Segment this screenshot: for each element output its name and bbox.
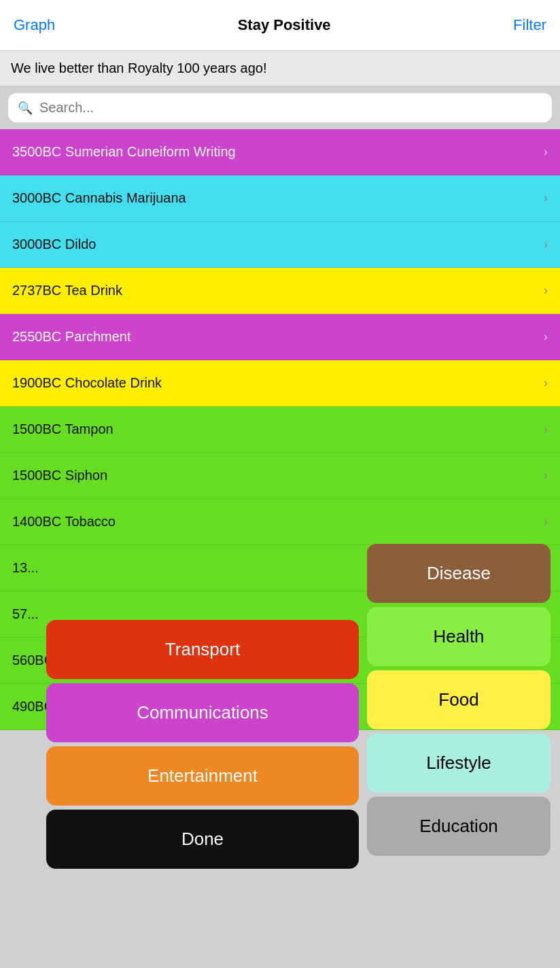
list-item-text: 2550BC Parchment — [12, 329, 131, 345]
list-item[interactable]: 3000BC Dildo› — [0, 222, 560, 268]
graph-button[interactable]: Graph — [14, 16, 55, 34]
filter-btn-communications[interactable]: Communications — [46, 683, 359, 742]
list-item-text: 1400BC Tobacco — [12, 514, 116, 530]
list-item-text: 13... — [12, 560, 39, 576]
filter-btn-lifestyle[interactable]: Lifestyle — [367, 733, 550, 793]
filter-btn-entertainment[interactable]: Entertainment — [46, 746, 359, 806]
list-item-text: 1500BC Tampon — [12, 421, 113, 437]
chevron-icon: › — [544, 191, 548, 205]
subtitle: We live better than Royalty 100 years ag… — [0, 51, 560, 86]
filter-button[interactable]: Filter — [513, 16, 546, 34]
list-item-text: 57... — [12, 606, 39, 622]
list-item[interactable]: 1500BC Siphon› — [0, 453, 560, 499]
chevron-icon: › — [544, 376, 548, 390]
filter-btn-education[interactable]: Education — [367, 797, 550, 856]
list-item[interactable]: 2737BC Tea Drink› — [0, 268, 560, 314]
search-bar: 🔍 — [8, 93, 552, 122]
list-item[interactable]: 3000BC Cannabis Marijuana› — [0, 175, 560, 222]
list-item-text: 3500BC Sumerian Cuneiform Writing — [12, 144, 236, 160]
filter-panel-left: TransportCommunicationsEntertainmentDone — [46, 620, 359, 869]
header: Graph Stay Positive Filter — [0, 0, 560, 51]
list-item-text: 3000BC Cannabis Marijuana — [12, 190, 186, 206]
chevron-icon: › — [544, 237, 548, 252]
filter-btn-health[interactable]: Health — [367, 607, 550, 666]
filter-btn-transport[interactable]: Transport — [46, 620, 359, 679]
filter-btn-food[interactable]: Food — [367, 670, 550, 729]
page-title: Stay Positive — [238, 16, 331, 34]
chevron-icon: › — [544, 330, 548, 344]
chevron-icon: › — [544, 422, 548, 436]
search-input[interactable] — [39, 100, 542, 116]
list-item[interactable]: 3500BC Sumerian Cuneiform Writing› — [0, 129, 560, 175]
chevron-icon: › — [544, 283, 548, 298]
chevron-icon: › — [544, 515, 548, 529]
list-item-text: 2737BC Tea Drink — [12, 283, 122, 298]
list-item-text: 1900BC Chocolate Drink — [12, 375, 162, 391]
filter-btn-disease[interactable]: Disease — [367, 544, 550, 603]
list-item[interactable]: 1900BC Chocolate Drink› — [0, 360, 560, 407]
chevron-icon: › — [544, 145, 548, 159]
filter-panel-right: DiseaseHealthFoodLifestyleEducation — [367, 544, 550, 856]
list-item[interactable]: 2550BC Parchment› — [0, 314, 560, 360]
chevron-icon: › — [544, 468, 548, 483]
list-item[interactable]: 1400BC Tobacco› — [0, 499, 560, 545]
filter-btn-done[interactable]: Done — [46, 810, 359, 869]
search-icon: 🔍 — [18, 101, 33, 116]
list-item[interactable]: 1500BC Tampon› — [0, 407, 560, 453]
list-item-text: 3000BC Dildo — [12, 237, 96, 252]
search-container: 🔍 — [0, 86, 560, 129]
list-item-text: 1500BC Siphon — [12, 468, 107, 483]
